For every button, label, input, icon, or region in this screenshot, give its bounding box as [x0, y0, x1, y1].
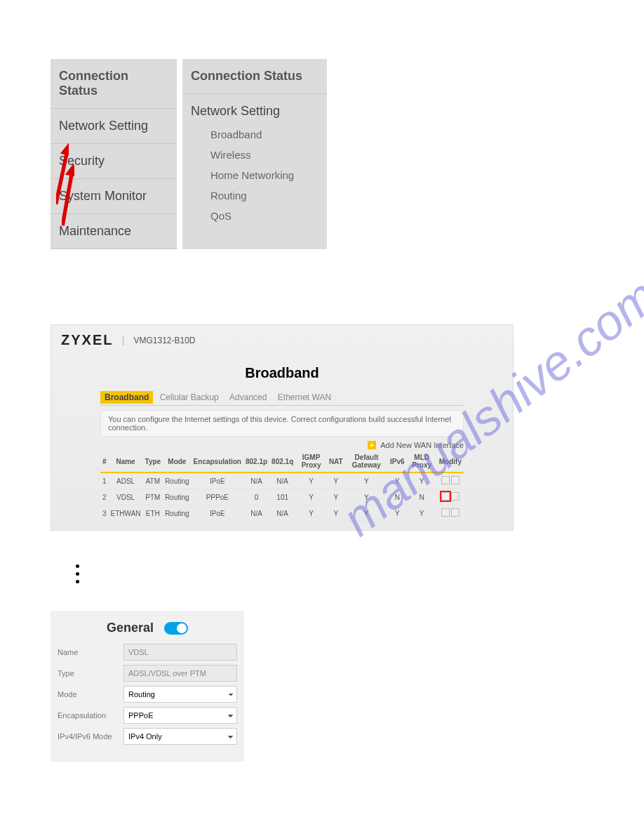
menu-item-connection-status-r[interactable]: Connection Status — [182, 59, 327, 94]
table-cell: Y — [295, 472, 327, 489]
table-cell: 101 — [269, 489, 295, 505]
tab-ethernet-wan[interactable]: Ethernet WAN — [274, 391, 335, 404]
edit-icon[interactable] — [441, 492, 450, 501]
name-input — [123, 644, 237, 661]
table-cell: N — [388, 489, 407, 505]
col-modify: Modify — [437, 451, 464, 472]
table-cell: PTM — [143, 489, 163, 505]
modify-cell — [437, 505, 464, 522]
general-toggle[interactable] — [164, 622, 188, 635]
col-default-gateway: Default Gateway — [345, 451, 388, 472]
table-cell: IPoE — [192, 505, 243, 522]
table-cell: Y — [327, 505, 345, 522]
table-cell: N/A — [269, 472, 295, 489]
table-cell: N/A — [269, 505, 295, 522]
col-encapsulation: Encapsulation — [192, 451, 243, 472]
edit-icon[interactable] — [441, 508, 450, 517]
col-ipv6: IPv6 — [388, 451, 407, 472]
table-row: 3ETHWANETHRoutingIPoEN/AN/AYYYYY — [100, 505, 464, 522]
table-cell: Y — [407, 472, 437, 489]
svg-marker-1 — [62, 163, 74, 226]
table-cell: Y — [388, 472, 407, 489]
modify-cell — [437, 472, 464, 489]
table-row: 2VDSLPTMRoutingPPPoE0101YYYNN — [100, 489, 464, 505]
table-cell: Y — [407, 505, 437, 522]
plus-icon[interactable]: + — [368, 441, 376, 449]
submenu-item-broadband[interactable]: Broadband — [182, 124, 327, 145]
menu-panel-right: Connection Status Network Setting Broadb… — [182, 59, 327, 249]
name-label: Name — [58, 648, 123, 656]
col-mld-proxy: MLD Proxy — [407, 451, 437, 472]
col-num: # — [100, 451, 109, 472]
encapsulation-label: Encapsulation — [58, 711, 123, 720]
red-arrow-icon — [62, 163, 74, 226]
table-cell: Y — [345, 489, 388, 505]
table-cell: Routing — [163, 472, 191, 489]
submenu-item-wireless[interactable]: Wireless — [182, 145, 327, 165]
submenu-item-qos[interactable]: QoS — [182, 206, 327, 226]
zyxel-logo: ZYXEL — [61, 332, 113, 348]
table-cell: N — [407, 489, 437, 505]
broadband-tabs: Broadband Cellular Backup Advanced Ether… — [100, 391, 464, 406]
menu-item-network-setting[interactable]: Network Setting — [51, 109, 177, 144]
col-nat: NAT — [327, 451, 345, 472]
menu-item-network-setting-r[interactable]: Network Setting — [182, 94, 327, 121]
table-cell: Y — [345, 472, 388, 489]
ipmode-label: IPv4/IPv6 Mode — [58, 732, 123, 741]
general-panel: General Name Type Mode Routing Encapsula… — [51, 611, 244, 762]
delete-icon[interactable] — [451, 508, 459, 517]
table-cell: Y — [327, 472, 345, 489]
table-cell: Y — [295, 489, 327, 505]
table-row: 1ADSLATMRoutingIPoEN/AN/AYYYYY — [100, 472, 464, 489]
col-type: Type — [143, 451, 163, 472]
page-title: Broadband — [51, 355, 513, 391]
table-cell: Y — [345, 505, 388, 522]
table-cell: N/A — [243, 505, 269, 522]
submenu-item-home-networking[interactable]: Home Networking — [182, 165, 327, 185]
wan-table: # Name Type Mode Encapsulation 802.1p 80… — [100, 451, 464, 522]
table-cell: ETH — [143, 505, 163, 522]
table-cell: Routing — [163, 505, 191, 522]
submenu-item-routing[interactable]: Routing — [182, 185, 327, 206]
type-label: Type — [58, 669, 123, 677]
delete-icon[interactable] — [451, 476, 459, 484]
table-cell: ETHWAN — [109, 505, 143, 522]
table-cell: 3 — [100, 505, 109, 522]
encapsulation-select[interactable]: PPPoE — [123, 707, 237, 724]
table-cell: 0 — [243, 489, 269, 505]
broadband-panel: ZYXEL VMG1312-B10D Broadband Broadband C… — [51, 324, 514, 531]
table-cell: Y — [388, 505, 407, 522]
table-cell: ADSL — [109, 472, 143, 489]
modify-cell — [437, 489, 464, 505]
vertical-ellipsis-icon — [76, 564, 79, 583]
table-cell: Routing — [163, 489, 191, 505]
col-8021q: 802.1q — [269, 451, 295, 472]
col-mode: Mode — [163, 451, 191, 472]
ipmode-select[interactable]: IPv4 Only — [123, 728, 237, 745]
table-cell: IPoE — [192, 472, 243, 489]
table-cell: Y — [327, 489, 345, 505]
edit-icon[interactable] — [441, 476, 450, 484]
table-cell: 2 — [100, 489, 109, 505]
general-title: General — [107, 621, 154, 635]
tab-advanced[interactable]: Advanced — [225, 391, 271, 404]
table-cell: PPPoE — [192, 489, 243, 505]
mode-select[interactable]: Routing — [123, 686, 237, 703]
table-cell: Y — [295, 505, 327, 522]
table-cell: N/A — [243, 472, 269, 489]
table-header-row: # Name Type Mode Encapsulation 802.1p 80… — [100, 451, 464, 472]
mode-label: Mode — [58, 690, 123, 699]
menu-item-connection-status[interactable]: Connection Status — [51, 59, 177, 109]
model-label: VMG1312-B10D — [123, 336, 195, 345]
col-name: Name — [109, 451, 143, 472]
info-note: You can configure the Internet settings … — [100, 410, 464, 437]
add-wan-link[interactable]: Add New WAN Interface — [380, 441, 464, 449]
tab-cellular-backup[interactable]: Cellular Backup — [156, 391, 223, 404]
type-input — [123, 665, 237, 682]
table-cell: VDSL — [109, 489, 143, 505]
table-cell: ATM — [143, 472, 163, 489]
submenu-network-setting: Broadband Wireless Home Networking Routi… — [182, 121, 327, 229]
col-8021p: 802.1p — [243, 451, 269, 472]
delete-icon[interactable] — [451, 492, 459, 501]
tab-broadband[interactable]: Broadband — [100, 391, 153, 404]
